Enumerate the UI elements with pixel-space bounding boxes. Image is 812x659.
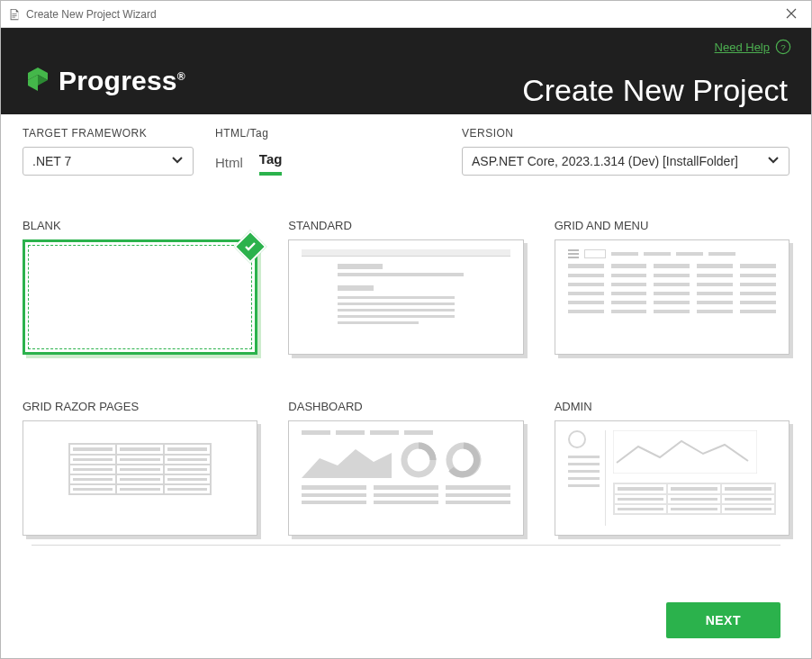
- area-chart-icon: [302, 442, 392, 478]
- footer: NEXT: [1, 586, 811, 658]
- template-preview: [288, 420, 523, 536]
- close-button[interactable]: [779, 5, 804, 24]
- progress-logo-icon: [23, 66, 53, 96]
- template-grid-and-menu[interactable]: GRID AND MENU: [555, 219, 789, 355]
- selected-badge: [234, 230, 267, 264]
- template-preview: [23, 239, 257, 355]
- target-framework-select[interactable]: .NET 7: [23, 147, 194, 176]
- footer-divider: [32, 545, 780, 546]
- menu-icon: [568, 249, 579, 258]
- template-blank[interactable]: BLANK: [23, 219, 257, 355]
- template-title: BLANK: [23, 219, 257, 232]
- window-title: Create New Project Wizard: [26, 8, 779, 21]
- version-label: VERSION: [462, 127, 789, 140]
- template-preview: [288, 239, 523, 355]
- template-preview: [555, 239, 789, 355]
- target-framework-label: TARGET FRAMEWORK: [23, 127, 194, 140]
- svg-text:?: ?: [780, 42, 786, 52]
- donut-icon: [401, 442, 437, 478]
- template-title: DASHBOARD: [288, 400, 523, 413]
- help-icon[interactable]: ?: [775, 39, 791, 55]
- template-preview: [23, 420, 257, 536]
- wizard-window: Create New Project Wizard Need Help ? Pr…: [0, 0, 812, 659]
- template-title: GRID AND MENU: [555, 219, 789, 232]
- check-icon: [244, 240, 257, 253]
- template-preview: [555, 420, 789, 536]
- template-title: ADMIN: [555, 400, 789, 413]
- next-button[interactable]: NEXT: [666, 602, 780, 638]
- close-icon: [786, 8, 797, 19]
- need-help-link[interactable]: Need Help: [715, 41, 770, 54]
- template-title: GRID RAZOR PAGES: [23, 400, 257, 413]
- syntax-label: HTML/Tag: [215, 127, 359, 140]
- tab-html[interactable]: Html: [215, 155, 243, 176]
- tab-tag[interactable]: Tag: [259, 151, 283, 176]
- brand-name: Progress®: [59, 66, 185, 96]
- svg-marker-6: [302, 449, 392, 478]
- donut-icon: [446, 442, 482, 478]
- template-standard[interactable]: STANDARD: [288, 219, 523, 355]
- controls-row: TARGET FRAMEWORK .NET 7 HTML/Tag Html Ta…: [1, 114, 811, 183]
- line-chart-icon: [613, 430, 757, 474]
- syntax-tabs: Html Tag: [215, 147, 359, 176]
- chevron-down-icon: [171, 154, 184, 169]
- template-admin[interactable]: ADMIN: [555, 400, 789, 536]
- page-title: Create New Project: [522, 73, 788, 108]
- document-icon: [8, 8, 21, 21]
- target-framework-value: .NET 7: [32, 154, 71, 168]
- help-area: Need Help ?: [715, 39, 791, 55]
- header: Need Help ? Progress® Create New Project: [1, 28, 811, 114]
- templates-grid: BLANK STANDARD: [1, 183, 811, 545]
- template-grid-razor-pages[interactable]: GRID RAZOR PAGES: [23, 400, 257, 536]
- chevron-down-icon: [767, 154, 780, 169]
- template-title: STANDARD: [288, 219, 523, 232]
- version-value: ASP.NET Core, 2023.1.314 (Dev) [InstallF…: [472, 154, 738, 168]
- titlebar: Create New Project Wizard: [1, 1, 811, 28]
- template-dashboard[interactable]: DASHBOARD: [288, 400, 523, 536]
- version-select[interactable]: ASP.NET Core, 2023.1.314 (Dev) [InstallF…: [462, 147, 789, 176]
